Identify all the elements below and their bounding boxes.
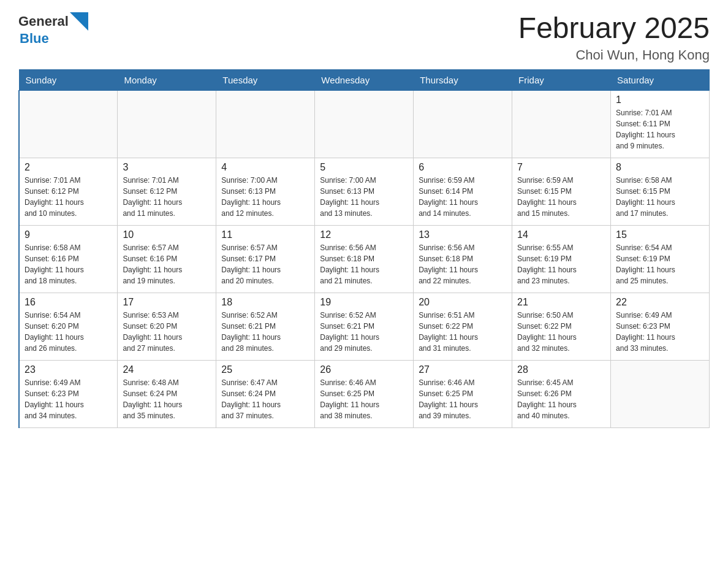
day-number: 7: [517, 162, 605, 173]
day-number: 19: [320, 297, 408, 308]
day-number: 26: [320, 364, 408, 375]
calendar-day-cell: [512, 90, 611, 158]
day-number: 2: [25, 162, 112, 173]
day-info: Sunrise: 6:55 AMSunset: 6:19 PMDaylight:…: [517, 242, 605, 286]
day-info: Sunrise: 6:56 AMSunset: 6:18 PMDaylight:…: [320, 242, 408, 286]
calendar-day-cell: 25Sunrise: 6:47 AMSunset: 6:24 PMDayligh…: [216, 360, 315, 427]
weekday-header-monday: Monday: [118, 69, 216, 90]
calendar-day-cell: 26Sunrise: 6:46 AMSunset: 6:25 PMDayligh…: [315, 360, 414, 427]
day-number: 27: [419, 364, 507, 375]
weekday-header-wednesday: Wednesday: [315, 69, 414, 90]
day-info: Sunrise: 6:49 AMSunset: 6:23 PMDaylight:…: [25, 377, 112, 421]
calendar-day-cell: 11Sunrise: 6:57 AMSunset: 6:17 PMDayligh…: [216, 225, 315, 293]
day-number: 24: [123, 364, 211, 375]
day-number: 11: [221, 229, 309, 240]
day-info: Sunrise: 6:59 AMSunset: 6:15 PMDaylight:…: [517, 175, 605, 219]
day-number: 1: [616, 94, 704, 105]
day-info: Sunrise: 6:57 AMSunset: 6:17 PMDaylight:…: [221, 242, 309, 286]
calendar-day-cell: 19Sunrise: 6:52 AMSunset: 6:21 PMDayligh…: [315, 293, 414, 360]
calendar-day-cell: 9Sunrise: 6:58 AMSunset: 6:16 PMDaylight…: [19, 225, 118, 293]
day-info: Sunrise: 6:57 AMSunset: 6:16 PMDaylight:…: [123, 242, 211, 286]
calendar-day-cell: [216, 90, 315, 158]
svg-marker-0: [70, 12, 88, 31]
weekday-header-friday: Friday: [512, 69, 611, 90]
calendar-week-row: 16Sunrise: 6:54 AMSunset: 6:20 PMDayligh…: [19, 293, 710, 360]
calendar-day-cell: 22Sunrise: 6:49 AMSunset: 6:23 PMDayligh…: [611, 293, 710, 360]
calendar-day-cell: 2Sunrise: 7:01 AMSunset: 6:12 PMDaylight…: [19, 158, 118, 225]
calendar-week-row: 1Sunrise: 7:01 AMSunset: 6:11 PMDaylight…: [19, 90, 710, 158]
day-info: Sunrise: 6:51 AMSunset: 6:22 PMDaylight:…: [419, 310, 507, 354]
day-info: Sunrise: 6:48 AMSunset: 6:24 PMDaylight:…: [123, 377, 211, 421]
day-info: Sunrise: 6:52 AMSunset: 6:21 PMDaylight:…: [320, 310, 408, 354]
day-number: 10: [123, 229, 211, 240]
day-number: 25: [221, 364, 309, 375]
day-number: 15: [616, 229, 704, 240]
calendar-week-row: 23Sunrise: 6:49 AMSunset: 6:23 PMDayligh…: [19, 360, 710, 427]
day-number: 9: [25, 229, 112, 240]
logo-icon: [70, 12, 88, 31]
calendar-day-cell: 16Sunrise: 6:54 AMSunset: 6:20 PMDayligh…: [19, 293, 118, 360]
day-info: Sunrise: 6:59 AMSunset: 6:14 PMDaylight:…: [419, 175, 507, 219]
day-info: Sunrise: 7:01 AMSunset: 6:11 PMDaylight:…: [616, 107, 704, 151]
calendar-week-row: 9Sunrise: 6:58 AMSunset: 6:16 PMDaylight…: [19, 225, 710, 293]
day-number: 21: [517, 297, 605, 308]
day-info: Sunrise: 6:53 AMSunset: 6:20 PMDaylight:…: [123, 310, 211, 354]
day-info: Sunrise: 7:01 AMSunset: 6:12 PMDaylight:…: [123, 175, 211, 219]
day-info: Sunrise: 6:54 AMSunset: 6:19 PMDaylight:…: [616, 242, 704, 286]
calendar-day-cell: 5Sunrise: 7:00 AMSunset: 6:13 PMDaylight…: [315, 158, 414, 225]
day-number: 22: [616, 297, 704, 308]
day-info: Sunrise: 6:58 AMSunset: 6:15 PMDaylight:…: [616, 175, 704, 219]
calendar-day-cell: 20Sunrise: 6:51 AMSunset: 6:22 PMDayligh…: [414, 293, 512, 360]
calendar-day-cell: [19, 90, 118, 158]
day-info: Sunrise: 6:58 AMSunset: 6:16 PMDaylight:…: [25, 242, 112, 286]
calendar-day-cell: 4Sunrise: 7:00 AMSunset: 6:13 PMDaylight…: [216, 158, 315, 225]
day-info: Sunrise: 6:47 AMSunset: 6:24 PMDaylight:…: [221, 377, 309, 421]
day-info: Sunrise: 6:56 AMSunset: 6:18 PMDaylight:…: [419, 242, 507, 286]
day-info: Sunrise: 6:45 AMSunset: 6:26 PMDaylight:…: [517, 377, 605, 421]
calendar-day-cell: 13Sunrise: 6:56 AMSunset: 6:18 PMDayligh…: [414, 225, 512, 293]
weekday-header-sunday: Sunday: [19, 69, 118, 90]
calendar-day-cell: 28Sunrise: 6:45 AMSunset: 6:26 PMDayligh…: [512, 360, 611, 427]
calendar-day-cell: 7Sunrise: 6:59 AMSunset: 6:15 PMDaylight…: [512, 158, 611, 225]
day-info: Sunrise: 6:46 AMSunset: 6:25 PMDaylight:…: [320, 377, 408, 421]
calendar-day-cell: [315, 90, 414, 158]
calendar-day-cell: 21Sunrise: 6:50 AMSunset: 6:22 PMDayligh…: [512, 293, 611, 360]
month-title: February 2025: [518, 12, 710, 45]
day-number: 8: [616, 162, 704, 173]
calendar-day-cell: 1Sunrise: 7:01 AMSunset: 6:11 PMDaylight…: [611, 90, 710, 158]
calendar-day-cell: 6Sunrise: 6:59 AMSunset: 6:14 PMDaylight…: [414, 158, 512, 225]
calendar-day-cell: [414, 90, 512, 158]
weekday-header-saturday: Saturday: [611, 69, 710, 90]
calendar-day-cell: 3Sunrise: 7:01 AMSunset: 6:12 PMDaylight…: [118, 158, 216, 225]
logo-blue-text: Blue: [20, 31, 49, 46]
weekday-header-thursday: Thursday: [414, 69, 512, 90]
day-number: 12: [320, 229, 408, 240]
calendar-day-cell: 24Sunrise: 6:48 AMSunset: 6:24 PMDayligh…: [118, 360, 216, 427]
calendar-day-cell: 27Sunrise: 6:46 AMSunset: 6:25 PMDayligh…: [414, 360, 512, 427]
calendar-day-cell: 18Sunrise: 6:52 AMSunset: 6:21 PMDayligh…: [216, 293, 315, 360]
logo: General Blue: [18, 12, 88, 47]
day-info: Sunrise: 6:50 AMSunset: 6:22 PMDaylight:…: [517, 310, 605, 354]
day-number: 4: [221, 162, 309, 173]
day-number: 16: [25, 297, 112, 308]
day-info: Sunrise: 7:01 AMSunset: 6:12 PMDaylight:…: [25, 175, 112, 219]
day-number: 13: [419, 229, 507, 240]
calendar-day-cell: [118, 90, 216, 158]
day-info: Sunrise: 6:52 AMSunset: 6:21 PMDaylight:…: [221, 310, 309, 354]
title-block: February 2025 Choi Wun, Hong Kong: [518, 12, 710, 63]
day-info: Sunrise: 6:54 AMSunset: 6:20 PMDaylight:…: [25, 310, 112, 354]
calendar-day-cell: 14Sunrise: 6:55 AMSunset: 6:19 PMDayligh…: [512, 225, 611, 293]
page-header: General Blue February 2025 Choi Wun, Hon…: [18, 12, 710, 63]
day-number: 18: [221, 297, 309, 308]
day-number: 6: [419, 162, 507, 173]
calendar-day-cell: 12Sunrise: 6:56 AMSunset: 6:18 PMDayligh…: [315, 225, 414, 293]
day-info: Sunrise: 7:00 AMSunset: 6:13 PMDaylight:…: [221, 175, 309, 219]
weekday-header-tuesday: Tuesday: [216, 69, 315, 90]
day-number: 28: [517, 364, 605, 375]
day-number: 3: [123, 162, 211, 173]
day-number: 5: [320, 162, 408, 173]
day-info: Sunrise: 7:00 AMSunset: 6:13 PMDaylight:…: [320, 175, 408, 219]
calendar-day-cell: 23Sunrise: 6:49 AMSunset: 6:23 PMDayligh…: [19, 360, 118, 427]
logo-general-text: General: [18, 13, 69, 29]
day-info: Sunrise: 6:49 AMSunset: 6:23 PMDaylight:…: [616, 310, 704, 354]
